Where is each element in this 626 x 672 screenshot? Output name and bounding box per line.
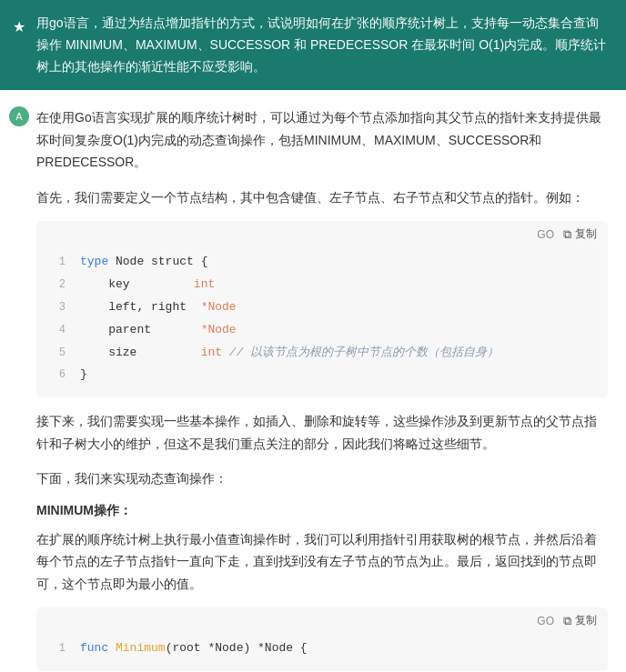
- copy-button-1[interactable]: ⧉ 复制: [563, 226, 597, 242]
- code-text: size int // 以该节点为根的子树中节点的个数（包括自身）: [80, 344, 499, 363]
- top-banner: ★ 用go语言，通过为结点增加指针的方式，试说明如何在扩张的顺序统计树上，支持每…: [0, 0, 626, 90]
- code-line: 4 parent *Node: [36, 319, 608, 342]
- step3-paragraph: 下面，我们来实现动态查询操作：: [36, 467, 608, 490]
- step2-paragraph: 接下来，我们需要实现一些基本操作，如插入、删除和旋转等，这些操作涉及到更新节点的…: [36, 410, 608, 455]
- code-text: }: [80, 366, 87, 385]
- line-num: 3: [47, 299, 66, 316]
- banner-text: 用go语言，通过为结点增加指针的方式，试说明如何在扩张的顺序统计树上，支持每一动…: [36, 15, 606, 74]
- minimum-text: 在扩展的顺序统计树上执行最小值查询操作时，我们可以利用指针引用获取树的根节点，并…: [36, 528, 608, 596]
- code-line: 2 key int: [36, 274, 608, 296]
- star-icon: ★: [13, 15, 25, 39]
- code-text: type Node struct {: [80, 253, 207, 272]
- copy-button-2[interactable]: ⧉ 复制: [563, 613, 597, 628]
- code-text: key int: [80, 276, 215, 295]
- line-num: 5: [47, 345, 66, 362]
- copy-label-1: 复制: [575, 226, 597, 242]
- copy-icon-1: ⧉: [563, 227, 571, 242]
- intro-paragraph: 在使用Go语言实现扩展的顺序统计树时，可以通过为每个节点添加指向其父节点的指针来…: [36, 106, 608, 174]
- code-text: parent *Node: [80, 321, 237, 340]
- code-header-1: GO ⧉ 复制: [36, 221, 608, 247]
- line-num: 1: [47, 640, 66, 657]
- line-num: 2: [47, 276, 66, 294]
- line-num: 1: [47, 254, 66, 271]
- code-lang-1: GO: [537, 228, 554, 241]
- code-line: 1 func Minimum(root *Node) *Node {: [36, 637, 608, 660]
- line-num: 4: [47, 322, 66, 339]
- code-line: 1 type Node struct {: [36, 251, 608, 274]
- code-block-2: GO ⧉ 复制 1 func Minimum(root *Node) *Node…: [36, 607, 608, 671]
- code-body-1: 1 type Node struct { 2 key int 3 left, r…: [36, 247, 608, 397]
- minimum-title: MINIMUM操作：: [36, 503, 608, 519]
- code-line: 3 left, right *Node: [36, 296, 608, 319]
- copy-icon-2: ⧉: [563, 614, 571, 628]
- code-lang-2: GO: [537, 615, 554, 627]
- copy-label-2: 复制: [575, 613, 597, 628]
- code-body-2: 1 func Minimum(root *Node) *Node {: [36, 634, 608, 671]
- code-text: func Minimum(root *Node) *Node {: [80, 639, 308, 658]
- code-line: 5 size int // 以该节点为根的子树中节点的个数（包括自身）: [36, 342, 608, 365]
- code-header-2: GO ⧉ 复制: [36, 607, 608, 634]
- code-text: left, right *Node: [80, 298, 237, 317]
- avatar: A: [9, 106, 29, 126]
- code-line: 6 }: [36, 364, 608, 386]
- line-num: 6: [47, 366, 66, 384]
- step1-paragraph: 首先，我们需要定义一个节点结构，其中包含键值、左子节点、右子节点和父节点的指针。…: [36, 186, 608, 209]
- content-area: A 在使用Go语言实现扩展的顺序统计树时，可以通过为每个节点添加指向其父节点的指…: [0, 90, 626, 672]
- code-block-1: GO ⧉ 复制 1 type Node struct { 2 key int 3…: [36, 221, 608, 397]
